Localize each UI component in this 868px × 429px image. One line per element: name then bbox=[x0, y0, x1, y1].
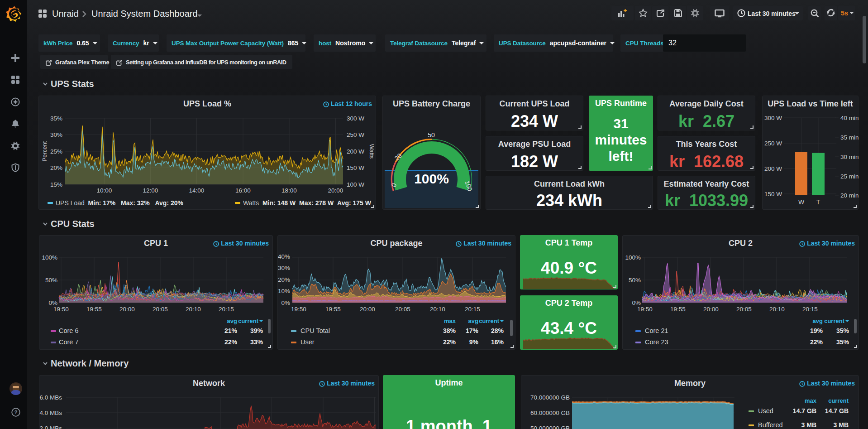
svg-text:0%: 0% bbox=[281, 299, 290, 306]
svg-text:20 min: 20 min bbox=[840, 192, 859, 199]
svg-text:30%: 30% bbox=[50, 131, 62, 138]
svg-text:12:00: 12:00 bbox=[143, 187, 158, 194]
svg-text:15%: 15% bbox=[50, 181, 62, 188]
svg-text:20:10: 20:10 bbox=[430, 306, 445, 313]
svg-text:100%: 100% bbox=[42, 254, 57, 261]
svg-text:0%: 0% bbox=[632, 299, 641, 306]
svg-text:60.000000 GB: 60.000000 GB bbox=[530, 410, 570, 416]
svg-text:20:10: 20:10 bbox=[186, 306, 201, 313]
svg-text:4.0 MBs: 4.0 MBs bbox=[39, 410, 62, 416]
svg-text:100 W: 100 W bbox=[347, 181, 364, 188]
svg-text:150 W: 150 W bbox=[764, 191, 782, 198]
svg-text:19:55: 19:55 bbox=[86, 306, 102, 313]
svg-text:70.000000 GB: 70.000000 GB bbox=[530, 394, 570, 401]
svg-text:19:50: 19:50 bbox=[53, 306, 69, 313]
svg-text:Percent: Percent bbox=[41, 141, 48, 161]
svg-text:20:05: 20:05 bbox=[153, 306, 168, 313]
svg-text:25 min: 25 min bbox=[840, 173, 859, 180]
svg-text:20:15: 20:15 bbox=[219, 306, 234, 313]
svg-text:35 min: 35 min bbox=[840, 134, 859, 141]
svg-text:18:00: 18:00 bbox=[281, 187, 297, 194]
svg-text:16:00: 16:00 bbox=[235, 187, 251, 194]
svg-text:50: 50 bbox=[428, 131, 435, 139]
svg-text:50.000000 GB: 50.000000 GB bbox=[530, 425, 570, 429]
svg-text:50%: 50% bbox=[629, 277, 641, 284]
svg-text:W: W bbox=[798, 198, 805, 206]
svg-text:30 min: 30 min bbox=[840, 154, 859, 160]
svg-text:10:00: 10:00 bbox=[97, 187, 112, 194]
svg-text:?: ? bbox=[14, 410, 17, 415]
svg-text:20%: 20% bbox=[278, 276, 290, 283]
svg-text:40%: 40% bbox=[278, 253, 290, 260]
svg-text:20:10: 20:10 bbox=[769, 306, 785, 313]
svg-text:6.0 MBs: 6.0 MBs bbox=[39, 394, 62, 401]
svg-text:40 min: 40 min bbox=[840, 115, 859, 121]
svg-text:20:00: 20:00 bbox=[119, 306, 135, 313]
svg-text:250 W: 250 W bbox=[347, 131, 364, 138]
svg-text:19:50: 19:50 bbox=[637, 306, 653, 313]
svg-text:20:05: 20:05 bbox=[395, 306, 410, 313]
svg-text:20:00: 20:00 bbox=[328, 187, 343, 194]
svg-text:35%: 35% bbox=[50, 115, 62, 122]
svg-text:10%: 10% bbox=[278, 288, 290, 294]
svg-text:300 W: 300 W bbox=[347, 115, 364, 122]
svg-text:Watts: Watts bbox=[368, 144, 375, 159]
svg-text:250 W: 250 W bbox=[764, 140, 782, 147]
svg-text:200 W: 200 W bbox=[764, 165, 782, 172]
svg-text:100%: 100% bbox=[625, 254, 641, 261]
svg-text:50%: 50% bbox=[45, 277, 57, 284]
svg-text:25%: 25% bbox=[50, 148, 62, 155]
svg-text:T: T bbox=[816, 198, 820, 206]
svg-text:150 W: 150 W bbox=[347, 164, 364, 171]
svg-text:19:50: 19:50 bbox=[291, 306, 306, 313]
svg-text:19:55: 19:55 bbox=[670, 306, 686, 313]
svg-text:20:15: 20:15 bbox=[465, 306, 480, 313]
svg-text:20:05: 20:05 bbox=[736, 306, 752, 313]
svg-text:20:00: 20:00 bbox=[703, 306, 719, 313]
svg-text:2.0 MBs: 2.0 MBs bbox=[39, 425, 62, 429]
svg-text:0%: 0% bbox=[48, 299, 57, 306]
svg-text:200 W: 200 W bbox=[347, 148, 364, 155]
svg-text:300 W: 300 W bbox=[764, 115, 782, 121]
svg-text:30%: 30% bbox=[278, 265, 290, 271]
svg-text:19:55: 19:55 bbox=[325, 306, 341, 313]
svg-text:20%: 20% bbox=[50, 164, 62, 171]
svg-text:20:00: 20:00 bbox=[360, 306, 375, 313]
svg-text:20:15: 20:15 bbox=[802, 306, 818, 313]
svg-text:14:00: 14:00 bbox=[189, 187, 205, 194]
